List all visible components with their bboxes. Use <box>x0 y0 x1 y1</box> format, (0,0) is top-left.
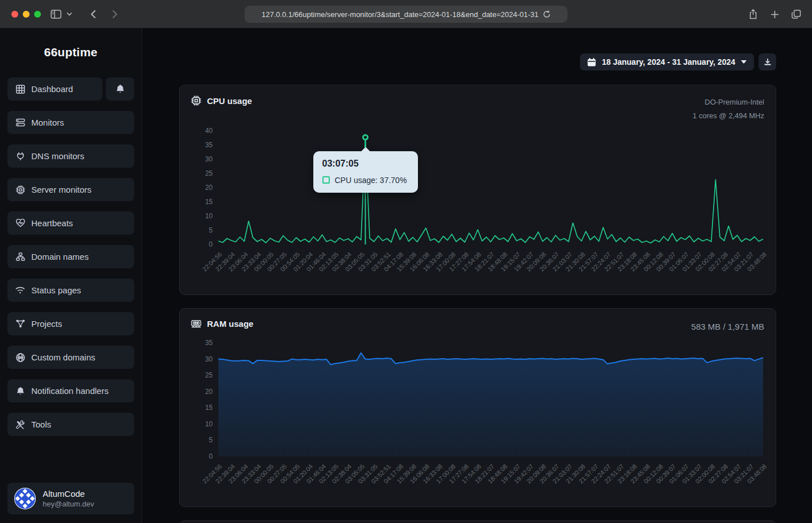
area-fill <box>218 353 763 456</box>
sidebar-item-label: Monitors <box>31 118 64 127</box>
window-controls <box>11 11 41 18</box>
y-axis-tick: 10 <box>205 420 213 428</box>
y-axis-tick: 5 <box>209 226 213 234</box>
sidebar-item-label: Projects <box>31 319 62 329</box>
avatar <box>14 488 36 509</box>
bell-icon <box>15 387 25 396</box>
chart-tooltip: 03:07:05 CPU usage: 37.70% <box>313 151 418 193</box>
sidebar-item-status-pages[interactable]: Status pages <box>7 279 134 302</box>
sidebar-item-dns-monitors[interactable]: DNS monitors <box>7 144 134 168</box>
marker-dot <box>363 135 368 140</box>
sidebar-item-label: Status pages <box>31 285 81 295</box>
sidebar-item-projects[interactable]: Projects <box>7 312 134 335</box>
x-axis: 22:04:5622:39:0423:06:0423:33:0400:00:05… <box>191 247 765 288</box>
export-button[interactable] <box>759 53 776 70</box>
y-axis-tick: 35 <box>205 339 213 347</box>
y-axis-tick: 30 <box>205 355 213 363</box>
tooltip-time: 03:07:05 <box>322 159 409 169</box>
tools-icon <box>15 420 25 429</box>
calendar-icon <box>587 58 596 67</box>
browser-chrome: 127.0.0.1/66uptime/server-monitor/3&star… <box>0 0 812 28</box>
back-button[interactable] <box>85 6 101 22</box>
download-icon <box>764 58 772 66</box>
card-title: RAM usage <box>207 319 254 329</box>
sidebar-item-label: Heartbeats <box>31 218 73 228</box>
forward-button[interactable] <box>107 6 123 22</box>
y-axis-tick: 0 <box>209 453 213 459</box>
caret-down-icon <box>741 60 747 64</box>
series-swatch <box>322 176 330 184</box>
y-axis-tick: 35 <box>205 141 213 149</box>
address-bar[interactable]: 127.0.0.1/66uptime/server-monitor/3&star… <box>245 6 567 23</box>
y-axis-tick: 10 <box>205 212 213 220</box>
share-icon[interactable] <box>745 6 761 22</box>
cpu-usage-chart[interactable]: 051015202530354022:04:5622:39:0423:06:04… <box>191 127 764 288</box>
user-account-button[interactable]: AltumCode hey@altum.dev <box>7 483 134 514</box>
wifi-icon <box>15 287 25 294</box>
cpu-chip-icon <box>191 96 201 106</box>
notifications-button[interactable] <box>106 77 134 101</box>
sidebar-item-domain-names[interactable]: Domain names <box>7 245 134 268</box>
user-name: AltumCode <box>43 489 94 499</box>
x-axis: 22:04:5622:39:0423:06:0423:33:0400:00:05… <box>191 459 765 500</box>
y-axis-tick: 15 <box>205 198 213 206</box>
server-stack-icon <box>15 118 25 127</box>
y-axis-tick: 40 <box>205 127 213 135</box>
card-title: CPU usage <box>207 96 252 106</box>
reload-icon[interactable] <box>543 10 550 18</box>
ram-usage-chart[interactable]: 0510152025303522:04:5622:39:0423:06:0423… <box>191 339 764 500</box>
y-axis-tick: 25 <box>205 169 213 177</box>
bell-icon <box>116 84 125 94</box>
y-axis-tick: 0 <box>209 240 213 247</box>
server-plan: DO-Premium-Intel <box>693 96 764 109</box>
series-line <box>218 138 763 243</box>
user-email: hey@altum.dev <box>43 500 94 508</box>
y-axis-tick: 20 <box>205 184 213 192</box>
cpu-specs: 1 cores @ 2,494 MHz <box>693 109 764 123</box>
sidebar-item-tools[interactable]: Tools <box>7 413 134 436</box>
url-text: 127.0.0.1/66uptime/server-monitor/3&star… <box>262 10 538 19</box>
heart-pulse-icon <box>15 219 25 227</box>
sidebar-item-monitors[interactable]: Monitors <box>7 111 134 134</box>
y-axis-tick: 20 <box>205 388 213 396</box>
plug-icon <box>15 152 25 161</box>
ram-usage-card: RAM usage 583 MB / 1,971 MB 051015202530… <box>179 308 776 507</box>
globe-icon <box>15 353 25 362</box>
sidebar-item-label: Domain names <box>31 252 89 262</box>
y-axis-tick: 15 <box>205 404 213 412</box>
sidebar-item-label: Tools <box>31 420 51 429</box>
y-axis-tick: 25 <box>205 371 213 379</box>
ram-usage-summary: 583 MB / 1,971 MB <box>691 322 764 331</box>
sidebar-toggle-icon[interactable] <box>48 6 64 22</box>
minimize-window-button[interactable] <box>23 11 30 18</box>
chevron-down-icon[interactable] <box>64 6 75 22</box>
cpu-usage-card: CPU usage DO-Premium-Intel 1 cores @ 2,4… <box>179 85 776 295</box>
sidebar: 66uptime Dashboard <box>0 28 142 523</box>
maximize-window-button[interactable] <box>34 11 41 18</box>
tab-overview-icon[interactable] <box>788 6 804 22</box>
memory-icon <box>191 319 201 328</box>
sidebar-item-notification-handlers[interactable]: Notification handlers <box>7 379 134 402</box>
sidebar-item-dashboard[interactable]: Dashboard <box>7 77 102 101</box>
sidebar-item-label: Custom domains <box>31 352 96 362</box>
main-content: 18 January, 2024 - 31 January, 2024 <box>142 28 812 523</box>
share-nodes-icon <box>15 319 25 328</box>
brand-logo: 66uptime <box>0 28 142 72</box>
sidebar-item-heartbeats[interactable]: Heartbeats <box>7 211 134 235</box>
sidebar-item-label: DNS monitors <box>31 151 84 161</box>
close-window-button[interactable] <box>11 11 18 18</box>
new-tab-icon[interactable] <box>767 6 782 22</box>
sidebar-item-label: Server monitors <box>31 185 92 194</box>
next-metric-card <box>179 520 776 523</box>
date-range-picker[interactable]: 18 January, 2024 - 31 January, 2024 <box>580 53 754 70</box>
grid-icon <box>15 85 25 94</box>
sitemap-icon <box>15 252 25 261</box>
sidebar-item-label: Notification handlers <box>31 386 109 396</box>
date-range-label: 18 January, 2024 - 31 January, 2024 <box>602 57 735 67</box>
y-axis-tick: 30 <box>205 155 213 163</box>
tooltip-value: CPU usage: 37.70% <box>335 176 407 185</box>
sidebar-item-server-monitors[interactable]: Server monitors <box>7 178 134 201</box>
sidebar-item-label: Dashboard <box>31 84 73 94</box>
y-axis-tick: 5 <box>209 436 213 444</box>
sidebar-item-custom-domains[interactable]: Custom domains <box>7 346 134 369</box>
